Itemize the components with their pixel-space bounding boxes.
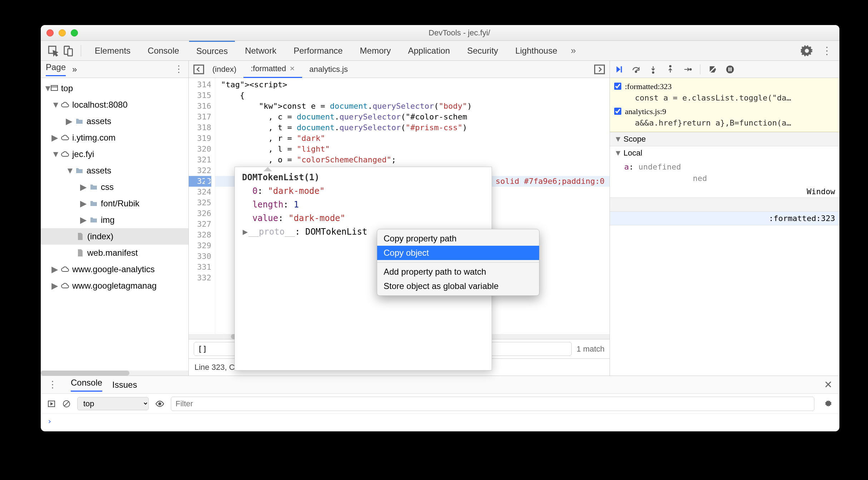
drawer-tab-issues[interactable]: Issues <box>112 380 137 390</box>
tree-folder[interactable]: ▶img <box>41 212 188 228</box>
nav-back-icon[interactable] <box>192 63 205 76</box>
bp-checkbox[interactable] <box>614 108 621 115</box>
separator <box>377 262 539 263</box>
drawer-tabs: ⋮ Console Issues ✕ <box>41 376 839 394</box>
clear-icon[interactable] <box>62 400 71 408</box>
drawer-tab-console[interactable]: Console <box>71 378 102 392</box>
svg-rect-2 <box>68 49 73 56</box>
tree-host[interactable]: ▶i.ytimg.com <box>41 129 188 146</box>
tab-security[interactable]: Security <box>460 41 505 61</box>
scope-vars: a: undefined ned <box>610 160 839 186</box>
callstack-frame[interactable]: :formatted:323 <box>610 212 839 225</box>
scope-local[interactable]: ▼Local <box>610 146 839 160</box>
tree-host[interactable]: ▼jec.fyi <box>41 146 188 162</box>
h-scrollbar[interactable] <box>41 371 188 376</box>
svg-rect-7 <box>621 66 622 72</box>
zoom-icon[interactable] <box>71 29 78 36</box>
step-icon[interactable] <box>683 65 692 74</box>
more-tabs-icon[interactable]: » <box>567 45 580 57</box>
svg-point-11 <box>690 68 691 70</box>
ctx-add-watch[interactable]: Add property path to watch <box>377 265 539 279</box>
close-icon[interactable]: ✕ <box>290 65 295 73</box>
tab-performance[interactable]: Performance <box>286 41 350 61</box>
svg-point-13 <box>726 65 734 73</box>
window-controls <box>46 29 78 36</box>
callstack-header[interactable]: ▼ <box>610 197 839 212</box>
play-icon[interactable] <box>47 400 56 408</box>
resume-icon[interactable] <box>614 65 623 74</box>
popup-row[interactable]: 0: "dark-mode" <box>242 184 492 198</box>
tree-folder[interactable]: ▶assets <box>41 113 188 129</box>
more-tabs-icon[interactable]: » <box>72 64 77 74</box>
svg-line-18 <box>64 402 69 406</box>
breakpoint-item[interactable]: :formatted:323const a = e.classList.togg… <box>614 81 835 104</box>
scope-window[interactable]: Window <box>610 186 839 197</box>
window-title: DevTools - jec.fyi/ <box>85 28 834 38</box>
tree-folder[interactable]: ▶css <box>41 179 188 195</box>
svg-point-10 <box>670 65 671 67</box>
kebab-icon[interactable]: ⋮ <box>48 379 57 390</box>
editor-tab[interactable]: analytics.js <box>302 61 355 78</box>
tab-console[interactable]: Console <box>140 41 186 61</box>
popup-row[interactable]: value: "dark-mode" <box>242 211 492 225</box>
tab-sources[interactable]: Sources <box>189 41 235 61</box>
tab-network[interactable]: Network <box>238 41 283 61</box>
kebab-icon[interactable]: ⋮ <box>821 45 833 57</box>
tab-application[interactable]: Application <box>401 41 457 61</box>
page-tab[interactable]: Page <box>46 62 66 76</box>
line-gutter[interactable]: 3143153163173183193203213223233243253263… <box>189 78 215 334</box>
file-tree[interactable]: ▼ top ▼localhost:8080 ▶assets ▶i.ytimg.c… <box>41 78 188 371</box>
debugger-controls <box>610 61 839 78</box>
breakpoint-item[interactable]: analytics.js:9a&&a.href}return a},B=func… <box>614 106 835 129</box>
console-prompt[interactable]: › <box>41 414 839 428</box>
gear-icon[interactable] <box>801 45 813 57</box>
popup-title: DOMTokenList(1) <box>242 171 492 184</box>
device-toggle-icon[interactable] <box>62 45 74 57</box>
tree-file[interactable]: (index) <box>41 228 188 245</box>
ctx-copy-property-path[interactable]: Copy property path <box>377 231 539 246</box>
tree-file[interactable]: web.manifest <box>41 245 188 261</box>
eye-icon[interactable] <box>155 399 164 408</box>
svg-point-9 <box>652 72 654 73</box>
bp-checkbox[interactable] <box>614 83 621 90</box>
tree-top[interactable]: ▼ top <box>41 80 188 97</box>
close-icon[interactable]: ✕ <box>824 379 832 391</box>
editor-tab[interactable]: :formatted✕ <box>243 61 302 78</box>
kebab-icon[interactable]: ⋮ <box>174 64 183 75</box>
pause-exc-icon[interactable] <box>725 65 735 74</box>
filter-input[interactable] <box>171 397 814 411</box>
step-over-icon[interactable] <box>631 65 641 74</box>
gear-icon[interactable] <box>824 399 833 408</box>
navigator-tabs: Page » ⋮ <box>41 61 188 78</box>
svg-rect-6 <box>595 65 605 74</box>
devtools-window: DevTools - jec.fyi/ Elements Console Sou… <box>41 25 839 431</box>
svg-rect-15 <box>730 67 731 71</box>
nav-fwd-icon[interactable] <box>593 63 606 76</box>
minimize-icon[interactable] <box>59 29 66 36</box>
tree-host[interactable]: ▶www.google-analytics <box>41 261 188 278</box>
scope-header[interactable]: ▼Scope <box>610 132 839 146</box>
console-drawer: ⋮ Console Issues ✕ top › <box>41 376 839 431</box>
step-out-icon[interactable] <box>666 65 675 74</box>
tab-elements[interactable]: Elements <box>88 41 138 61</box>
popup-row[interactable]: length: 1 <box>242 198 492 211</box>
ctx-store-global[interactable]: Store object as global variable <box>377 279 539 293</box>
step-into-icon[interactable] <box>648 65 658 74</box>
console-toolbar: top <box>41 394 839 414</box>
deactivate-bp-icon[interactable] <box>708 65 717 74</box>
tree-host[interactable]: ▼localhost:8080 <box>41 97 188 113</box>
tree-host[interactable]: ▶www.googletagmanag <box>41 278 188 294</box>
tree-folder[interactable]: ▼assets <box>41 162 188 179</box>
tab-lighthouse[interactable]: Lighthouse <box>508 41 564 61</box>
editor-tab[interactable]: (index) <box>205 61 243 78</box>
tab-memory[interactable]: Memory <box>353 41 398 61</box>
tree-folder[interactable]: ▶font/Rubik <box>41 195 188 212</box>
breakpoints-list: :formatted:323const a = e.classList.togg… <box>610 78 839 132</box>
inspect-icon[interactable] <box>47 45 59 57</box>
context-menu: Copy property path Copy object Add prope… <box>377 229 539 296</box>
separator <box>81 45 81 57</box>
context-select[interactable]: top <box>77 397 149 410</box>
ctx-copy-object[interactable]: Copy object <box>377 246 539 260</box>
match-count: 1 match <box>577 344 605 354</box>
close-icon[interactable] <box>46 29 54 36</box>
